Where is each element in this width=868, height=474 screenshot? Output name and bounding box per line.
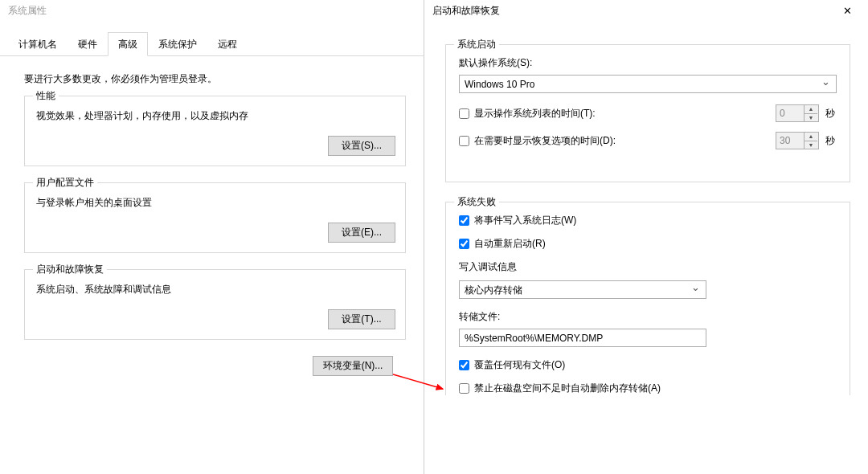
dump-file-label: 转储文件:	[459, 310, 837, 324]
spinner-up-icon[interactable]: ▲	[805, 133, 817, 141]
show-recovery-label: 在需要时显示恢复选项的时间(D):	[474, 134, 616, 148]
os-list-time-spinner[interactable]: ▲ ▼	[776, 104, 819, 122]
startup-recovery-dialog: 启动和故障恢复 ✕ 系统启动 默认操作系统(S): Windows 10 Pro…	[424, 0, 868, 474]
disable-auto-delete-checkbox[interactable]	[459, 383, 469, 394]
tabstrip: 计算机名 硬件 高级 系统保护 远程	[0, 31, 424, 56]
startup-recovery-settings-button[interactable]: 设置(T)...	[328, 309, 395, 329]
user-profile-settings-button[interactable]: 设置(E)...	[328, 223, 395, 243]
show-os-list-checkbox[interactable]	[459, 108, 469, 119]
tab-hardware[interactable]: 硬件	[68, 32, 108, 56]
performance-group: 性能 视觉效果，处理器计划，内存使用，以及虚拟内存 设置(S)...	[24, 96, 406, 166]
os-list-time-unit: 秒	[825, 107, 837, 121]
user-profile-group: 用户配置文件 与登录帐户相关的桌面设置 设置(E)...	[24, 182, 406, 253]
debug-info-title: 写入调试信息	[459, 260, 837, 274]
log-event-label: 将事件写入系统日志(W)	[474, 214, 576, 227]
performance-title: 性能	[33, 89, 59, 103]
performance-desc: 视觉效果，处理器计划，内存使用，以及虚拟内存	[36, 109, 395, 123]
user-profile-desc: 与登录帐户相关的桌面设置	[36, 196, 395, 210]
log-event-checkbox[interactable]	[459, 215, 469, 226]
admin-note: 要进行大多数更改，你必须作为管理员登录。	[24, 72, 406, 86]
spinner-up-icon[interactable]: ▲	[805, 105, 817, 114]
system-properties-window: 系统属性 计算机名 硬件 高级 系统保护 远程 要进行大多数更改，你必须作为管理…	[0, 0, 424, 474]
spinner-down-icon[interactable]: ▼	[805, 114, 817, 122]
environment-variables-button[interactable]: 环境变量(N)...	[313, 356, 393, 376]
left-titlebar: 系统属性	[0, 0, 424, 22]
system-failure-group: 系统失败 将事件写入系统日志(W) 自动重新启动(R) 写入调试信息	[445, 202, 850, 395]
show-recovery-checkbox[interactable]	[459, 136, 469, 146]
auto-restart-checkbox[interactable]	[459, 239, 469, 249]
right-titlebar: 启动和故障恢复 ✕	[424, 0, 868, 22]
advanced-tab-content: 要进行大多数更改，你必须作为管理员登录。 性能 视觉效果，处理器计划，内存使用，…	[0, 56, 424, 376]
user-profile-title: 用户配置文件	[33, 176, 97, 190]
system-startup-title: 系统启动	[454, 38, 499, 51]
right-window-title: 启动和故障恢复	[432, 4, 500, 18]
auto-restart-label: 自动重新启动(R)	[474, 237, 546, 251]
dump-file-input[interactable]	[459, 329, 706, 347]
system-startup-group: 系统启动 默认操作系统(S): Windows 10 Pro 显示操作系统列表的…	[445, 44, 850, 182]
spinner-down-icon[interactable]: ▼	[805, 141, 817, 149]
tab-system-protection[interactable]: 系统保护	[148, 32, 207, 56]
system-failure-title: 系统失败	[454, 195, 499, 209]
os-list-time-input[interactable]	[776, 105, 804, 121]
dump-type-select[interactable]: 核心内存转储	[459, 280, 706, 299]
tab-computer-name[interactable]: 计算机名	[8, 32, 68, 56]
startup-recovery-desc: 系统启动、系统故障和调试信息	[36, 283, 395, 296]
default-os-label: 默认操作系统(S):	[459, 56, 837, 70]
tab-remote[interactable]: 远程	[207, 32, 248, 56]
recovery-time-spinner[interactable]: ▲ ▼	[776, 132, 819, 149]
startup-recovery-group: 启动和故障恢复 系统启动、系统故障和调试信息 设置(T)...	[24, 269, 406, 340]
overwrite-checkbox[interactable]	[459, 360, 469, 370]
disable-auto-delete-label: 禁止在磁盘空间不足时自动删除内存转储(A)	[474, 382, 661, 395]
recovery-time-input[interactable]	[776, 133, 804, 149]
performance-settings-button[interactable]: 设置(S)...	[328, 136, 395, 156]
left-window-title: 系统属性	[8, 4, 47, 18]
startup-recovery-title: 启动和故障恢复	[33, 263, 107, 276]
recovery-time-unit: 秒	[825, 134, 837, 148]
tab-advanced[interactable]: 高级	[108, 32, 148, 56]
close-icon[interactable]: ✕	[835, 5, 860, 17]
overwrite-label: 覆盖任何现有文件(O)	[474, 358, 565, 372]
right-content: 系统启动 默认操作系统(S): Windows 10 Pro 显示操作系统列表的…	[424, 22, 868, 395]
default-os-select[interactable]: Windows 10 Pro	[459, 75, 837, 93]
show-os-list-label: 显示操作系统列表的时间(T):	[474, 107, 596, 121]
